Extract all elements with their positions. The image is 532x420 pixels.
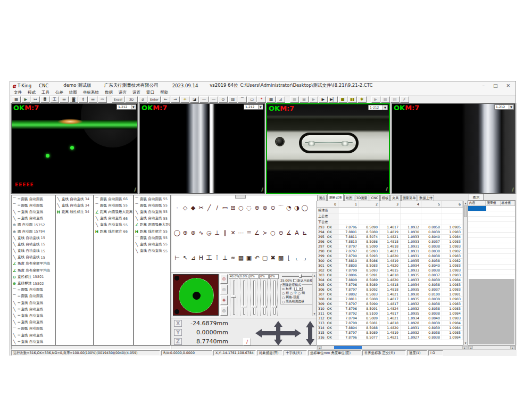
- camera2-selector[interactable]: 1-212▼: [244, 104, 263, 110]
- menu-item-6[interactable]: 数据: [105, 90, 113, 95]
- palette-tool-icon[interactable]: ◔: [285, 204, 293, 212]
- table-row[interactable]: 309OK7.87978.50901.48171.09320.80381.098…: [317, 302, 463, 307]
- camera2-grip-icon[interactable]: ∕∕: [261, 187, 262, 192]
- toolbar-save2-icon[interactable]: ▦: [290, 96, 299, 103]
- graphic-row[interactable]: [468, 211, 515, 217]
- list-item[interactable]: ⌒***圆弧自动圆弧: [12, 293, 55, 300]
- palette-tool-icon[interactable]: ∕: [213, 204, 221, 212]
- table-row[interactable]: 302OK7.87998.50931.48151.09330.80381.098…: [317, 268, 463, 273]
- toolbar-arc-icon[interactable]: ⌒: [238, 96, 247, 103]
- table-row[interactable]: 307OK7.88028.50831.48211.09300.81001.098…: [317, 292, 463, 297]
- slider-thumb[interactable]: [261, 306, 267, 308]
- palette-tool-icon[interactable]: ⊛: [189, 229, 197, 237]
- list-item[interactable]: ⊕圆自动圆15752: [12, 222, 55, 228]
- tab-measure-6[interactable]: 夹具: [390, 195, 400, 201]
- table-row[interactable]: 315OK7.87978.50891.48191.09320.80381.098…: [317, 331, 463, 335]
- toolbar-stage-icon[interactable]: 工: [50, 96, 59, 103]
- palette-tool-icon[interactable]: ≡: [245, 229, 253, 237]
- table-row[interactable]: 314OK7.88048.50881.48201.09310.80391.098…: [317, 326, 463, 331]
- toolbar-block2-icon[interactable]: ▬: [88, 96, 97, 103]
- table-row[interactable]: 293OK7.87968.50901.48171.09320.80581.098…: [317, 225, 463, 230]
- graphic-row[interactable]: [468, 222, 515, 227]
- light-slider[interactable]: [250, 279, 257, 316]
- graphic-row[interactable]: [468, 254, 515, 259]
- menu-item-9[interactable]: 窗口: [146, 90, 154, 95]
- list-item[interactable]: ⊖直径标注15802: [12, 280, 55, 286]
- menu-item-4[interactable]: 绘图: [69, 90, 77, 95]
- palette-tool-icon[interactable]: ◯: [301, 204, 309, 212]
- scroll-right-icon[interactable]: ►: [462, 346, 467, 349]
- camera3-grip-icon[interactable]: ∕∕: [386, 186, 387, 192]
- list-item[interactable]: ⊖直径标注15801: [12, 274, 55, 280]
- palette-tool-icon[interactable]: ↖: [181, 254, 189, 262]
- table-vertical-scrollbar[interactable]: ▲▼: [463, 201, 468, 345]
- palette-tool-icon[interactable]: ↶: [253, 254, 261, 262]
- menu-item-3[interactable]: 公差: [55, 90, 63, 95]
- list-item[interactable]: ╲直线自动直线66: [94, 216, 133, 222]
- toolbar-minus2-icon[interactable]: —: [209, 96, 218, 103]
- palette-tool-icon[interactable]: ∿: [197, 229, 205, 237]
- light-ring-button[interactable]: ◎: [220, 285, 228, 294]
- camera-view-3-selected[interactable]: OKM:7 1-212▼ ∕∕: [266, 103, 390, 194]
- list-item[interactable]: ⌒圆弧自动圆弧55: [134, 235, 170, 241]
- palette-tool-icon[interactable]: ╱: [205, 204, 213, 212]
- palette-tool-icon[interactable]: ⋯: [237, 229, 245, 237]
- tab-measure-0[interactable]: 测点: [317, 195, 327, 201]
- toolbar-excel-button[interactable]: Excel: [112, 96, 124, 103]
- scroll-right-icon[interactable]: ►: [510, 346, 515, 349]
- light-slider[interactable]: [230, 279, 237, 316]
- camera3-selector[interactable]: 1-212▼: [368, 105, 388, 110]
- palette-tool-icon[interactable]: 工: [205, 254, 213, 262]
- slider-thumb[interactable]: [251, 306, 256, 308]
- splitter-handle[interactable]: [235, 195, 246, 199]
- list-item[interactable]: ⌒圆弧自动圆弧55: [134, 196, 170, 202]
- graphic-row[interactable]: [468, 217, 515, 222]
- palette-tool-icon[interactable]: ◶: [205, 229, 213, 237]
- tab-measure-8[interactable]: 数据上传: [418, 195, 434, 201]
- palette-tool-icon[interactable]: ⊕: [253, 204, 261, 212]
- palette-tool-icon[interactable]: ⌊: [285, 254, 293, 262]
- scroll-left-icon[interactable]: ◄: [468, 346, 473, 349]
- table-row[interactable]: 310OK7.87968.50911.48241.09320.80381.098…: [317, 307, 463, 311]
- palette-tool-icon[interactable]: ⊙: [269, 204, 277, 212]
- list-item[interactable]: ⊕圆自动圆15794: [12, 228, 55, 235]
- list-item[interactable]: ╲直线自动直线34: [56, 202, 93, 209]
- tab-measure-5[interactable]: 模板: [380, 195, 390, 201]
- palette-tool-icon[interactable]: ▩: [277, 254, 285, 262]
- toolbar-open-icon[interactable]: ▶: [309, 96, 318, 103]
- xy-jog-arrows[interactable]: [255, 321, 301, 345]
- table-row[interactable]: 312OK7.87948.50891.48211.09340.80401.098…: [317, 316, 463, 321]
- table-row[interactable]: 303OK7.88068.50911.48181.09350.80371.098…: [317, 273, 463, 278]
- toolbar-caliper-icon[interactable]: ⌀: [138, 96, 147, 103]
- menu-item-8[interactable]: 设置: [132, 90, 140, 95]
- list-item[interactable]: ╲直线自动直线15: [12, 235, 55, 241]
- palette-tool-icon[interactable]: ⊾: [301, 229, 309, 237]
- palette-tool-icon[interactable]: ⊞: [229, 204, 237, 212]
- list-item[interactable]: ╲***直线自动直线: [12, 216, 55, 222]
- table-row[interactable]: 306OK7.87978.50921.48181.09350.80371.098…: [317, 287, 463, 292]
- camera-view-2[interactable]: OKM:7 1-212▼ ∕∕: [139, 103, 265, 194]
- tab-measure-3[interactable]: 3D测量: [355, 195, 369, 201]
- table-row[interactable]: 304OK7.88098.50891.48201.09330.80391.098…: [317, 278, 463, 283]
- list-item[interactable]: ╲直线自动直线55: [134, 241, 170, 248]
- list-item[interactable]: ╲***直线自动直线: [12, 209, 55, 215]
- light-ring-button[interactable]: ◈: [220, 295, 228, 305]
- list-item[interactable]: ╲***直线自动直线: [12, 300, 55, 306]
- master-light-slider[interactable]: [282, 274, 312, 278]
- list-item[interactable]: ∠角度所有坐标平均值: [12, 267, 55, 274]
- light-ring-button[interactable]: ◎: [220, 306, 228, 316]
- toolbar-print-icon[interactable]: ▤: [390, 96, 400, 103]
- toolbar-arrow-left-icon[interactable]: ←: [161, 96, 170, 103]
- tab-measure-1[interactable]: 测量记录: [327, 194, 344, 201]
- table-row[interactable]: 308OK7.88118.50881.48171.09350.80391.098…: [317, 297, 463, 302]
- menu-item-7[interactable]: 语言: [119, 90, 127, 95]
- palette-tool-icon[interactable]: ⊖: [277, 229, 285, 237]
- palette-tool-icon[interactable]: A: [293, 229, 301, 237]
- graphic-row[interactable]: [468, 259, 515, 265]
- close-button[interactable]: ✕: [506, 83, 510, 88]
- list-item[interactable]: ╲直线自动直线15: [12, 254, 55, 261]
- palette-tool-icon[interactable]: ◌: [245, 204, 253, 212]
- toolbar-abort-icon[interactable]: ✗: [400, 96, 409, 103]
- list-item[interactable]: ╲直线自动直线55: [134, 216, 170, 222]
- radio-coarse[interactable]: ○: [282, 291, 285, 295]
